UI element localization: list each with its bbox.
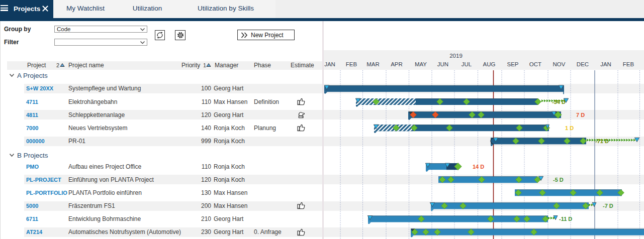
svg-text:-7 D: -7 D [603, 203, 613, 209]
svg-text:14 D: 14 D [473, 164, 484, 170]
svg-text:-5 D: -5 D [553, 177, 564, 183]
svg-text:-11 D: -11 D [559, 216, 572, 222]
svg-text:1 D: 1 D [565, 125, 574, 131]
svg-text:-34 D: -34 D [552, 99, 566, 105]
svg-text:-71 D: -71 D [595, 138, 609, 144]
svg-text:7 D: 7 D [576, 112, 585, 118]
